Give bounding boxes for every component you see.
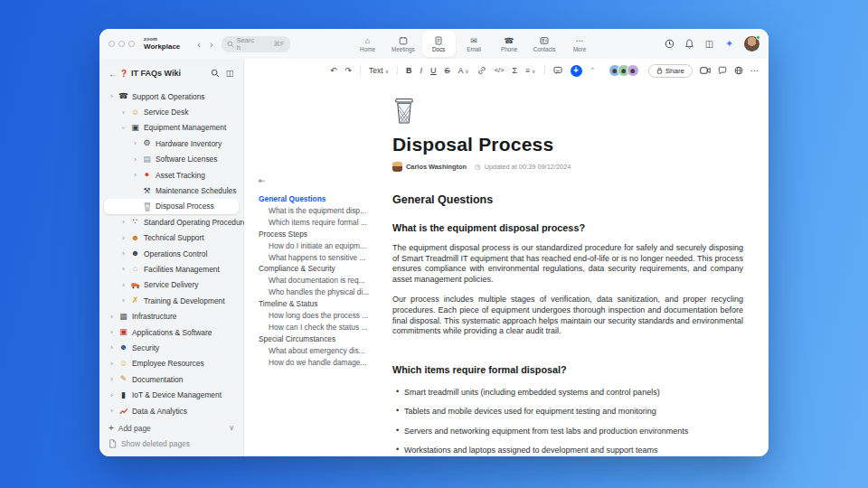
toc-item[interactable]: How can I check the status ... — [259, 322, 376, 333]
sidebar-item-asset-tracking[interactable]: ›●Asset Tracking — [99, 167, 243, 183]
chevron-right-icon[interactable]: › — [120, 265, 127, 273]
toc-section-timeline-status[interactable]: Timeline & Status — [259, 298, 376, 310]
chevron-right-icon[interactable]: › — [108, 343, 115, 352]
chevron-down-icon[interactable]: › — [119, 125, 127, 131]
sidebar-item-service-desk[interactable]: ›☺Service Desk — [99, 104, 243, 119]
sidebar-item-maintenance-schedules[interactable]: ⚒Maintenance Schedules — [99, 183, 243, 198]
add-page-button[interactable]: + Add page ∨ — [108, 420, 234, 436]
tab-contacts[interactable]: Contacts — [528, 31, 561, 57]
user-avatar[interactable] — [744, 36, 760, 52]
insert-block-plus-button[interactable]: + — [571, 65, 582, 77]
formula-button[interactable]: Σ — [513, 65, 518, 76]
tab-more[interactable]: ⋯More — [563, 31, 597, 57]
chevron-right-icon[interactable]: › — [132, 171, 138, 179]
maximize-window-button[interactable] — [128, 41, 135, 47]
globe-language-icon[interactable] — [734, 66, 743, 75]
tab-docs[interactable]: Docs — [422, 31, 456, 57]
chevron-right-icon[interactable]: › — [108, 92, 115, 100]
chevron-right-icon[interactable]: › — [132, 139, 138, 147]
chevron-right-icon[interactable]: › — [120, 218, 127, 226]
minimize-window-button[interactable] — [118, 41, 125, 47]
outline-collapse-icon[interactable]: ⇤ — [259, 176, 376, 185]
tab-phone[interactable]: ☎Phone — [493, 31, 526, 57]
redo-icon[interactable]: ↷ — [345, 65, 353, 76]
bold-button[interactable]: B — [406, 65, 412, 76]
toc-item[interactable]: How do we handle damage... — [259, 357, 376, 369]
sidebar-item-training-development[interactable]: ›✗Training & Development — [99, 293, 243, 308]
chevron-right-icon[interactable]: › — [108, 328, 115, 336]
code-block-button[interactable]: </> — [495, 65, 505, 76]
toc-item[interactable]: Which items require formal ... — [259, 217, 376, 229]
sidebar-item-standard-operating-procedures[interactable]: ›∵Standard Operating Procedures — [99, 214, 243, 230]
chevron-right-icon[interactable]: › — [108, 407, 115, 415]
clock-history-icon[interactable] — [665, 39, 675, 49]
text-style-dropdown[interactable]: Text∨ — [369, 66, 389, 75]
sidebar-item-applications-software[interactable]: ›▣Applications & Software — [99, 324, 243, 340]
document-body[interactable]: Disposal Process Carlos Washington ◷ Upd… — [380, 82, 760, 456]
toc-section-special-circumstances[interactable]: Special Circumstances — [259, 333, 376, 345]
toc-item[interactable]: What is the equipment disp... — [259, 205, 376, 217]
tab-home[interactable]: ⌂Home — [351, 31, 384, 57]
nav-back-button[interactable]: ‹ — [193, 39, 205, 50]
notifications-bell-icon[interactable] — [684, 39, 694, 49]
toc-section-compliance-security[interactable]: Compliance & Security — [259, 263, 376, 275]
chevron-right-icon[interactable]: › — [108, 375, 115, 383]
comment-icon[interactable] — [553, 66, 562, 75]
ai-companion-sparkle-icon[interactable]: ✦ — [724, 39, 734, 49]
toc-item[interactable]: Who handles the physical di... — [259, 286, 376, 298]
sidebar-item-equipment-management[interactable]: ›▣Equipment Management — [99, 120, 243, 136]
share-button[interactable]: Share — [648, 64, 693, 78]
side-panel-toggle-icon[interactable]: ◫ — [704, 39, 714, 49]
sidebar-search-icon[interactable] — [211, 69, 220, 78]
chevron-right-icon[interactable]: › — [120, 108, 127, 117]
window-controls[interactable] — [108, 41, 135, 47]
chevron-right-icon[interactable]: › — [120, 249, 127, 258]
chevron-right-icon[interactable]: › — [120, 281, 127, 289]
sidebar-item-facilities-management[interactable]: ›⌂Facilities Management — [99, 261, 243, 277]
sidebar-item-disposal-process[interactable]: Disposal Process — [104, 199, 239, 214]
text-color-dropdown[interactable]: A∨ — [458, 66, 469, 75]
chevron-right-icon[interactable]: › — [120, 296, 127, 305]
sidebar-item-iot-device-management[interactable]: ›▮IoT & Device Management — [99, 387, 243, 402]
underline-button[interactable]: U — [430, 65, 437, 76]
toc-section-process-steps[interactable]: Process Steps — [259, 229, 376, 240]
sidebar-collapse-icon[interactable]: ◫ — [225, 69, 234, 78]
video-camera-icon[interactable] — [700, 66, 711, 75]
chevron-right-icon[interactable]: › — [108, 313, 115, 321]
sidebar-item-documentation[interactable]: ›✎Documentation — [99, 371, 243, 387]
sidebar-item-support-operations[interactable]: ›☎Support & Operations — [99, 89, 243, 104]
sidebar-item-operations-control[interactable]: ›☻Operations Control — [99, 246, 243, 261]
toc-section-general-questions[interactable]: General Questions — [259, 193, 376, 205]
sidebar-back-icon[interactable]: ← — [108, 69, 118, 79]
toc-item[interactable]: How do I initiate an equipm... — [259, 240, 376, 252]
sidebar-item-technical-support[interactable]: ›☻Technical Support — [99, 230, 243, 246]
align-dropdown[interactable]: ≡∨ — [525, 66, 535, 75]
chevron-right-icon[interactable]: › — [108, 391, 115, 399]
sidebar-item-service-delivery[interactable]: ›Service Delivery — [99, 277, 243, 293]
chat-bubble-icon[interactable] — [718, 66, 727, 75]
nav-forward-button[interactable]: › — [205, 39, 218, 50]
sidebar-item-infrastructure[interactable]: ›▦Infrastructure — [99, 308, 243, 324]
tab-meetings[interactable]: Meetings — [386, 31, 420, 57]
toc-item[interactable]: What about emergency dis... — [259, 345, 376, 357]
sidebar-item-security[interactable]: ›☻Security — [99, 340, 243, 355]
undo-icon[interactable]: ↶ — [330, 65, 337, 76]
chevron-right-icon[interactable]: › — [108, 360, 115, 368]
global-search-input[interactable]: Search ⌘F — [222, 36, 290, 52]
show-deleted-pages-button[interactable]: Show deleted pages — [108, 436, 234, 451]
sidebar-item-hardware-inventory[interactable]: ›⚙Hardware Inventory — [99, 136, 243, 151]
tab-email[interactable]: ✉Email — [458, 31, 491, 57]
sidebar-item-employee-resources[interactable]: ›☺Employee Resources — [99, 356, 243, 371]
strikethrough-button[interactable]: S — [445, 65, 450, 76]
toc-item[interactable]: What documentation is req... — [259, 275, 376, 286]
sidebar-item-data-analytics[interactable]: ›Data & Analytics — [99, 403, 243, 418]
italic-button[interactable]: I — [420, 65, 423, 76]
close-window-button[interactable] — [108, 41, 115, 47]
more-options-icon[interactable]: ⋯ — [750, 65, 760, 76]
insert-link-icon[interactable] — [477, 66, 486, 75]
toc-item[interactable]: How long does the process ... — [259, 310, 376, 322]
chevron-right-icon[interactable]: › — [132, 155, 138, 164]
chevron-down-icon[interactable]: ∨ — [229, 424, 234, 432]
toc-item[interactable]: What happens to sensitive ... — [259, 252, 376, 264]
collapse-toolbar-chevron-icon[interactable]: ⌃ — [590, 65, 596, 76]
